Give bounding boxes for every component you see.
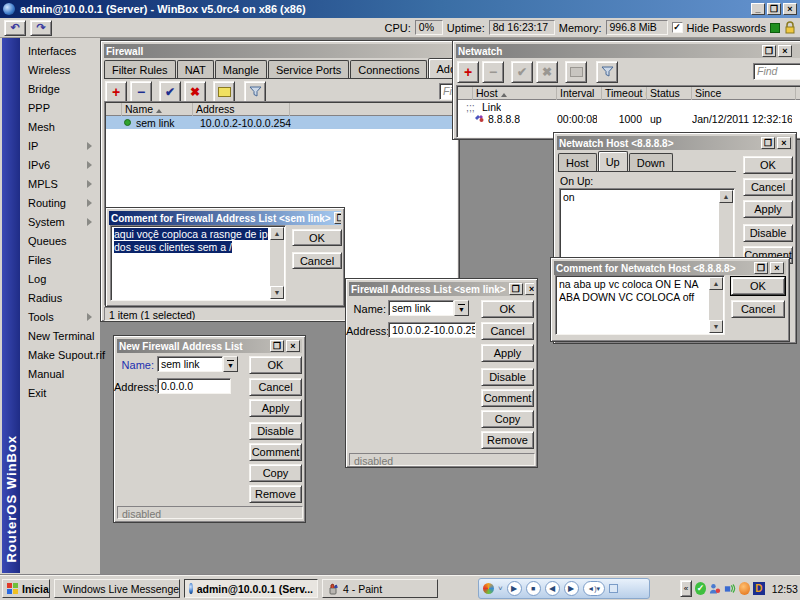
close-icon[interactable]: ×: [525, 283, 534, 295]
name-column-header[interactable]: Name: [122, 103, 193, 116]
remove-button[interactable]: −: [130, 81, 152, 103]
comment-button[interactable]: [213, 81, 235, 103]
filter-button[interactable]: [244, 81, 266, 103]
comment-textarea[interactable]: aqui voçê coploca a rasnge de ip dos seu…: [110, 225, 286, 301]
cancel-button[interactable]: Cancel: [481, 322, 534, 340]
sidebar-item-log[interactable]: Log: [20, 270, 100, 288]
scroll-down-icon[interactable]: ▼: [709, 320, 723, 333]
restore-icon[interactable]: ❐: [334, 212, 341, 224]
remove-button[interactable]: −: [482, 61, 504, 83]
play-icon[interactable]: ▶: [507, 581, 522, 596]
restore-icon[interactable]: ❐: [761, 137, 775, 149]
sidebar-item-radius[interactable]: Radius: [20, 289, 100, 307]
comment-firewall-titlebar[interactable]: Comment for Firewall Address List <sem l…: [109, 211, 341, 225]
host-column-header[interactable]: Host: [473, 87, 557, 100]
copy-button[interactable]: Copy: [249, 464, 302, 482]
disable-button[interactable]: ✖: [184, 81, 206, 103]
address-list-row-selected[interactable]: sem link 10.0.0.2-10.0.0.254: [106, 116, 456, 129]
task-winbox[interactable]: admin@10.0.0.1 (Serv...: [184, 579, 318, 598]
firewall-titlebar[interactable]: Firewall: [104, 44, 456, 58]
sidebar-item-files[interactable]: Files: [20, 251, 100, 269]
sidebar-item-queues[interactable]: Queues: [20, 232, 100, 250]
restore-band-icon[interactable]: [609, 584, 618, 593]
chevron-down-icon[interactable]: ˅: [498, 584, 503, 593]
disable-button[interactable]: Disable: [249, 422, 302, 440]
sidebar-item-mpls[interactable]: MPLS: [20, 175, 100, 193]
timeout-column-header[interactable]: Timeout (..: [602, 87, 647, 100]
volume-icon[interactable]: ◄)▾: [583, 581, 605, 596]
tray-signal-icon[interactable]: [724, 582, 736, 595]
redo-icon[interactable]: ↷: [30, 20, 52, 36]
comment-textarea[interactable]: na aba up vc coloca ON E NA ABA DOWN VC …: [555, 275, 725, 335]
comment-button[interactable]: Comment: [481, 389, 534, 407]
sidebar-item-manual[interactable]: Manual: [20, 365, 100, 383]
enable-button[interactable]: ✔: [511, 61, 533, 83]
tab-mangle[interactable]: Mangle: [215, 60, 267, 78]
address-input[interactable]: 10.0.0.2-10.0.0.254: [388, 322, 476, 338]
tab-connections[interactable]: Connections: [350, 60, 427, 78]
remove-button[interactable]: Remove: [481, 431, 534, 449]
stop-icon[interactable]: ■: [526, 581, 541, 596]
add-button[interactable]: +: [457, 61, 479, 83]
add-button[interactable]: +: [105, 81, 127, 103]
disable-button[interactable]: ✖: [536, 61, 558, 83]
address-input[interactable]: 0.0.0.0: [157, 378, 231, 394]
scroll-down-icon[interactable]: ▼: [270, 286, 284, 299]
close-icon[interactable]: ×: [286, 340, 300, 352]
fw-address-list-titlebar[interactable]: Firewall Address List <sem link> ❐ ×: [349, 282, 534, 296]
sidebar-item-system[interactable]: System: [20, 213, 100, 231]
sidebar-item-exit[interactable]: Exit: [20, 384, 100, 402]
tray-collapse-icon[interactable]: «: [680, 580, 692, 597]
sidebar-item-new-terminal[interactable]: New Terminal: [20, 327, 100, 345]
ok-button[interactable]: OK: [292, 229, 342, 246]
sidebar-item-bridge[interactable]: Bridge: [20, 80, 100, 98]
tab-service-ports[interactable]: Service Ports: [268, 60, 349, 78]
netwatch-find-input[interactable]: Find: [753, 63, 800, 80]
tray-messenger-status-icon[interactable]: [709, 582, 721, 595]
ok-button[interactable]: OK: [731, 277, 785, 295]
scrollbar[interactable]: ▲ ▼: [270, 227, 284, 299]
sidebar-item-ipv6[interactable]: IPv6: [20, 156, 100, 174]
apply-button[interactable]: Apply: [481, 344, 534, 362]
ok-button[interactable]: OK: [743, 156, 793, 174]
tab-up[interactable]: Up: [598, 151, 628, 171]
close-icon[interactable]: ×: [777, 137, 791, 149]
sidebar-item-ip[interactable]: IP: [20, 137, 100, 155]
name-dropdown-icon[interactable]: [454, 300, 469, 316]
sidebar-item-mesh[interactable]: Mesh: [20, 118, 100, 136]
comment-button[interactable]: [565, 61, 587, 83]
tray-check-icon[interactable]: ✓: [695, 582, 707, 595]
cancel-button[interactable]: Cancel: [292, 252, 342, 269]
hide-passwords-checkbox[interactable]: ✓: [672, 22, 683, 33]
apply-button[interactable]: Apply: [249, 399, 302, 417]
netwatch-group-row[interactable]: ;;; Link: [458, 101, 800, 112]
netwatch-titlebar[interactable]: Netwatch ❐ ×: [456, 44, 800, 58]
sidebar-item-tools[interactable]: Tools: [20, 308, 100, 326]
remove-button[interactable]: Remove: [249, 485, 302, 503]
interval-column-header[interactable]: Interval: [557, 87, 602, 100]
comment-netwatch-titlebar[interactable]: Comment for Netwatch Host <8.8.8.8> ❐ ×: [554, 261, 786, 275]
restore-icon[interactable]: ❐: [754, 262, 768, 274]
sidebar-item-ppp[interactable]: PPP: [20, 99, 100, 117]
task-paint[interactable]: 4 - Paint: [322, 579, 438, 598]
task-messenger[interactable]: Windows Live Messenger: [54, 579, 180, 598]
tab-filter-rules[interactable]: Filter Rules: [104, 60, 176, 78]
new-fw-address-titlebar[interactable]: New Firewall Address List ❐ ×: [117, 339, 302, 353]
sidebar-item-wireless[interactable]: Wireless: [20, 61, 100, 79]
disable-button[interactable]: Disable: [481, 368, 534, 386]
ok-button[interactable]: OK: [481, 300, 534, 318]
scroll-up-icon[interactable]: ▲: [270, 227, 284, 240]
scroll-up-icon[interactable]: ▲: [709, 277, 723, 290]
tray-daemon-icon[interactable]: D: [753, 582, 765, 595]
start-button[interactable]: Iniciar: [2, 579, 50, 598]
disable-button[interactable]: Disable: [743, 224, 793, 242]
undo-icon[interactable]: ↶: [4, 20, 26, 36]
close-icon[interactable]: ×: [778, 45, 792, 57]
address-column-header[interactable]: Address: [193, 103, 290, 116]
sidebar-item-interfaces[interactable]: Interfaces: [20, 42, 100, 60]
scrollbar[interactable]: ▲ ▼: [709, 277, 723, 333]
name-input[interactable]: sem link: [157, 356, 223, 372]
tray-orange-app-icon[interactable]: [739, 582, 751, 595]
cancel-button[interactable]: Cancel: [743, 178, 793, 196]
netwatch-host-titlebar[interactable]: Netwatch Host <8.8.8.8> ❐ ×: [557, 136, 793, 150]
